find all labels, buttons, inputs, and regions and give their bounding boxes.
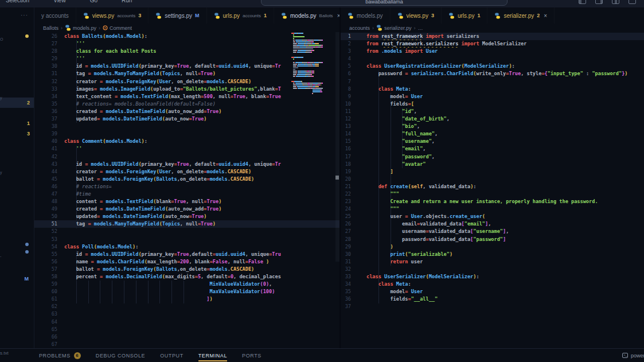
code-line[interactable]: 5class UserRegistrationSerializer(ModelS…: [341, 63, 644, 70]
code-line[interactable]: 59 MinValueValidator(0),: [34, 281, 339, 288]
code-line[interactable]: 1from rest_framework import serializers: [341, 33, 644, 40]
menu-go[interactable]: Go: [90, 0, 97, 3]
code-line[interactable]: 36 created = models.DateTimeField(auto_n…: [34, 108, 339, 115]
code-line[interactable]: 64: [34, 318, 339, 326]
toggle-sidebar-icon[interactable]: [579, 0, 586, 4]
tab-views.py[interactable]: views.py3: [391, 7, 442, 24]
breadcrumb-item[interactable]: accounts: [349, 25, 370, 31]
editor-right[interactable]: 1from rest_framework import serializers2…: [341, 32, 644, 348]
code-line[interactable]: 57 ballot = models.ForeignKey(Ballots,on…: [34, 266, 339, 273]
code-line[interactable]: 31 return user: [341, 258, 644, 266]
breadcrumb-item[interactable]: serializer.py: [376, 25, 412, 31]
terminal-profile[interactable]: >_ powersh: [622, 349, 644, 362]
code-line[interactable]: 41 '': [34, 145, 339, 153]
panel-tab-debug-console[interactable]: DEBUG CONSOLE: [96, 349, 145, 362]
code-line[interactable]: 66: [34, 333, 339, 341]
code-line[interactable]: 47 #time: [34, 190, 339, 198]
code-line[interactable]: 21 def create(self, validated_data):: [341, 183, 644, 190]
code-line[interactable]: 12 "date_of_birth",: [341, 115, 644, 123]
split-editor-icon[interactable]: [612, 0, 619, 4]
code-line[interactable]: 60 MaxValueValidator(100): [34, 288, 339, 295]
code-line[interactable]: 50 updated= models.DateTimeField(auto_no…: [34, 213, 339, 220]
breadcrumb-item[interactable]: Comment: [103, 25, 132, 31]
code-line[interactable]: 56 name = models.CharField(max_length=20…: [34, 258, 339, 266]
panel-tab-problems[interactable]: PROBLEMS6: [39, 349, 81, 362]
tab-serializer.py[interactable]: serializer.py2×: [487, 7, 555, 24]
code-line[interactable]: 35 model= User: [341, 288, 644, 295]
code-line[interactable]: 55 id = models.UUIDField(primary_key=Tru…: [34, 251, 339, 258]
tab-urls.py[interactable]: urls.py1: [442, 7, 487, 24]
code-line[interactable]: 39: [34, 130, 339, 138]
code-line[interactable]: 2from rest_framework.serializers import …: [341, 40, 644, 48]
tab-models.py[interactable]: models.pyBallots×: [274, 7, 339, 24]
command-center[interactable]: bawabatballama: [261, 0, 508, 6]
code-line[interactable]: 38: [34, 123, 339, 130]
code-line[interactable]: 65: [34, 326, 339, 333]
code-line[interactable]: 20: [341, 176, 644, 183]
code-line[interactable]: 53: [34, 236, 339, 243]
tab-y-accounts[interactable]: y accounts: [34, 7, 76, 24]
code-line[interactable]: 45 ballot = models.ForeignKey(Ballots,on…: [34, 176, 339, 183]
code-line[interactable]: 37 updated= models.DateTimeField(auto_no…: [34, 115, 339, 123]
code-line[interactable]: 9 model= User: [341, 93, 644, 100]
code-line[interactable]: 36 fields="__all__": [341, 295, 644, 303]
code-line[interactable]: 6 password = serializers.CharField(write…: [341, 70, 644, 77]
explorer-actions-icon[interactable]: ···: [21, 12, 28, 18]
close-icon[interactable]: ×: [544, 13, 547, 19]
code-line[interactable]: 29 ): [341, 243, 644, 251]
code-line[interactable]: 22 """: [341, 190, 644, 198]
code-line[interactable]: 51 tag = models.ManyToManyField(Topics, …: [34, 220, 339, 228]
panel-tab-terminal[interactable]: TERMINAL: [198, 349, 227, 362]
code-line[interactable]: 43 id = models.UUIDField(primary_key=Tru…: [34, 161, 339, 168]
code-line[interactable]: 62: [34, 303, 339, 310]
tab-settings.py[interactable]: settings.pyM: [149, 7, 206, 24]
code-line[interactable]: 54class Poll(models.Model):: [34, 243, 339, 251]
tab-views.py[interactable]: views.pyaccounts3: [76, 7, 149, 24]
code-line[interactable]: 3from .models import User: [341, 48, 644, 55]
breadcrumb-item[interactable]: models.py: [65, 25, 96, 31]
customize-layout-icon[interactable]: [629, 0, 636, 4]
code-line[interactable]: 23 Create and return a new user instance…: [341, 198, 644, 205]
code-line[interactable]: 27 username=validated_data["username"],: [341, 228, 644, 235]
tab-models.py[interactable]: models.py: [341, 7, 391, 24]
code-line[interactable]: 49 created = models.DateTimeField(auto_n…: [34, 205, 339, 213]
minimap[interactable]: [291, 33, 335, 106]
code-line[interactable]: 28 password=validated_data["password"]: [341, 236, 644, 243]
code-line[interactable]: 46 # reactions=: [34, 183, 339, 190]
code-line[interactable]: 24 """: [341, 205, 644, 213]
code-line[interactable]: 18 "avatar": [341, 161, 644, 168]
panel-tab-ports[interactable]: PORTS: [242, 349, 261, 362]
editor-scrollbar[interactable]: [335, 32, 339, 262]
code-line[interactable]: 8 class Meta:: [341, 85, 644, 93]
code-line[interactable]: 44 creator = models.ForeignKey(User, on_…: [34, 168, 339, 176]
code-line[interactable]: 61 ]): [34, 295, 339, 303]
code-line[interactable]: 34 class Meta:: [341, 281, 644, 288]
code-line[interactable]: 30 print("serializable"): [341, 251, 644, 258]
code-line[interactable]: 40class Comment(models.Model):: [34, 138, 339, 145]
code-line[interactable]: 67: [34, 341, 339, 348]
menu-selection[interactable]: Selection: [6, 0, 29, 3]
code-line[interactable]: 4: [341, 55, 644, 63]
code-line[interactable]: 52: [34, 228, 339, 235]
code-line[interactable]: 58 percent = models.DecimalField(max_dig…: [34, 273, 339, 281]
code-line[interactable]: 32: [341, 266, 644, 273]
code-line[interactable]: 13 "bio",: [341, 123, 644, 130]
code-line[interactable]: 48 content = models.TextField(blank=True…: [34, 198, 339, 205]
code-line[interactable]: 11 "id",: [341, 108, 644, 115]
breadcrumb-item[interactable]: …: [418, 25, 423, 31]
code-line[interactable]: 14 "full_name",: [341, 130, 644, 138]
code-line[interactable]: 17 "password",: [341, 153, 644, 161]
code-line[interactable]: 16 "email",: [341, 145, 644, 153]
code-line[interactable]: 26 email=validated_data["email"],: [341, 220, 644, 228]
menu-run[interactable]: Run: [122, 0, 132, 3]
code-line[interactable]: 42: [34, 153, 339, 161]
panel-tab-output[interactable]: OUTPUT: [160, 349, 184, 362]
tab-urls.py[interactable]: urls.pyaccounts1: [207, 7, 275, 24]
code-line[interactable]: 25 user = User.objects.create_user(: [341, 213, 644, 220]
breadcrumb-item[interactable]: Ballots: [43, 25, 58, 31]
menu-view[interactable]: View: [53, 0, 66, 3]
code-line[interactable]: 33class UserSerializer(ModelSerializer):: [341, 273, 644, 281]
toggle-panel-icon[interactable]: [595, 0, 603, 4]
code-line[interactable]: 19 ]: [341, 168, 644, 176]
code-line[interactable]: 37: [341, 303, 644, 310]
